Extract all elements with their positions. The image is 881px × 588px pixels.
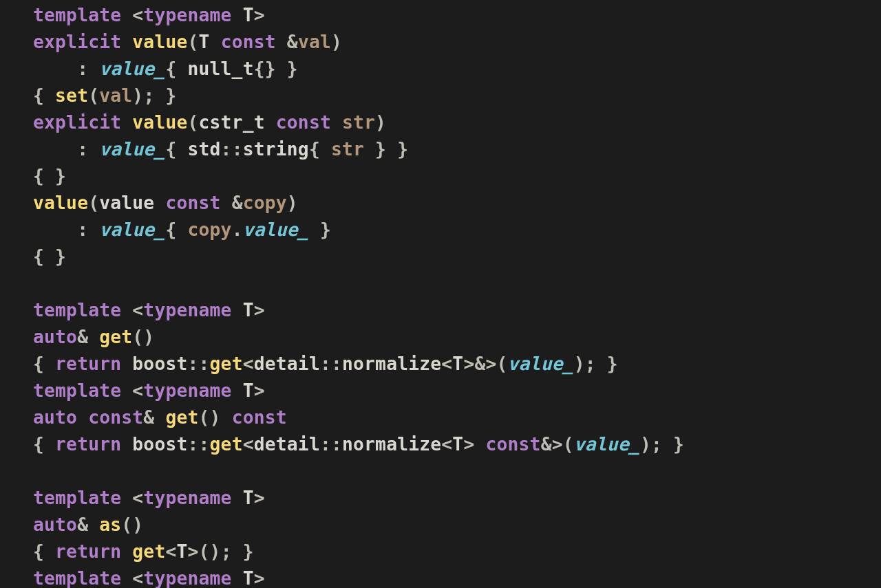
token-pun: ) — [375, 112, 386, 133]
token-prm: str — [342, 112, 375, 133]
token-pun: ( — [88, 193, 99, 213]
token-func: as — [99, 514, 121, 535]
token-pun: { — [33, 434, 55, 455]
token-prm: copy — [187, 219, 231, 240]
code-block: template <typename T> explicit value(T c… — [0, 0, 881, 588]
token-type — [121, 353, 132, 374]
token-type — [121, 434, 132, 455]
token-pun: . — [232, 219, 243, 240]
token-type — [265, 112, 276, 133]
token-type: value — [99, 193, 154, 213]
token-pun: :: — [188, 353, 210, 374]
token-type: cstr_t — [199, 112, 265, 133]
token-kw: typename — [143, 380, 231, 401]
token-scope: boost — [132, 353, 187, 374]
token-prm: str — [331, 139, 364, 160]
token-type — [121, 32, 132, 52]
token-type: T — [232, 568, 254, 588]
token-mem: value_ — [99, 139, 165, 160]
token-pun: () — [132, 327, 154, 347]
token-kw: auto — [33, 407, 77, 428]
token-pun: } } — [364, 139, 408, 160]
token-pun: > — [254, 488, 265, 508]
token-pun: { — [165, 139, 187, 160]
token-pun: {} } — [254, 58, 298, 79]
token-pun: < — [121, 5, 143, 25]
token-pun: { — [165, 219, 187, 240]
token-prm: val — [99, 85, 132, 106]
token-func: value — [132, 32, 187, 52]
token-pun: < — [243, 434, 254, 455]
token-scope: std — [187, 139, 220, 160]
token-pun: ); } — [640, 434, 684, 455]
token-pun: ); } — [574, 353, 618, 374]
token-type: string — [243, 139, 309, 160]
token-type — [221, 193, 232, 213]
token-pun: < — [441, 434, 452, 455]
token-pun: < — [121, 568, 143, 588]
token-scope: detail — [254, 434, 320, 455]
token-type — [121, 541, 132, 562]
token-pun: > — [254, 300, 265, 320]
token-pun: & — [77, 327, 99, 347]
token-scope: detail — [254, 353, 320, 374]
token-pun: : — [33, 139, 99, 160]
token-kw: auto — [33, 327, 77, 347]
token-pun: ) — [287, 193, 298, 213]
token-kw: typename — [143, 5, 231, 25]
token-pun: < — [121, 300, 143, 320]
token-kw: const — [232, 407, 287, 428]
token-type — [77, 407, 88, 428]
token-pun: > — [254, 380, 265, 401]
token-norm: normalize — [342, 434, 441, 455]
token-pun: { } — [33, 246, 66, 267]
token-type — [221, 407, 232, 428]
token-kw: explicit — [33, 112, 121, 133]
token-pun: ( — [187, 112, 198, 133]
token-pun: :: — [320, 353, 342, 374]
token-type: T — [452, 353, 463, 374]
token-pun: } — [309, 219, 331, 240]
token-pun: < — [121, 380, 143, 401]
token-norm: normalize — [342, 353, 441, 374]
token-type — [331, 112, 342, 133]
token-kw: template — [33, 5, 121, 25]
token-func: get — [210, 353, 243, 374]
token-mem: value_ — [574, 434, 640, 455]
token-pun: () — [199, 407, 221, 428]
token-pun: > — [254, 568, 265, 588]
token-func: get — [132, 541, 165, 562]
token-kw: explicit — [33, 32, 121, 52]
token-func: value — [132, 112, 187, 133]
token-pun: >&>( — [463, 353, 507, 374]
token-kw: template — [33, 300, 121, 320]
token-type — [276, 32, 287, 52]
token-pun: : — [33, 219, 99, 240]
token-mem: value_ — [508, 353, 574, 374]
token-type — [210, 32, 221, 52]
token-type — [154, 193, 165, 213]
token-kw: return — [55, 541, 121, 562]
token-func: value — [33, 193, 88, 213]
token-pun: < — [121, 488, 143, 508]
token-mem: value_ — [99, 219, 165, 240]
token-pun: ) — [331, 32, 342, 52]
token-kw: return — [55, 434, 121, 455]
token-pun: & — [143, 407, 165, 428]
token-pun: >(); } — [188, 541, 254, 562]
token-func: get — [165, 407, 198, 428]
token-pun: { — [33, 353, 55, 374]
token-type: T — [232, 380, 254, 401]
token-func: set — [55, 85, 88, 106]
token-kw: const — [276, 112, 331, 133]
token-pun: () — [121, 514, 143, 535]
token-type: T — [232, 5, 254, 25]
token-pun: & — [232, 193, 243, 213]
token-pun: : — [33, 58, 99, 79]
token-pun: :: — [221, 139, 243, 160]
token-pun: > — [254, 5, 265, 25]
token-pun: > — [463, 434, 485, 455]
token-pun: & — [287, 32, 298, 52]
token-type — [121, 112, 132, 133]
token-pun: { } — [33, 166, 66, 186]
